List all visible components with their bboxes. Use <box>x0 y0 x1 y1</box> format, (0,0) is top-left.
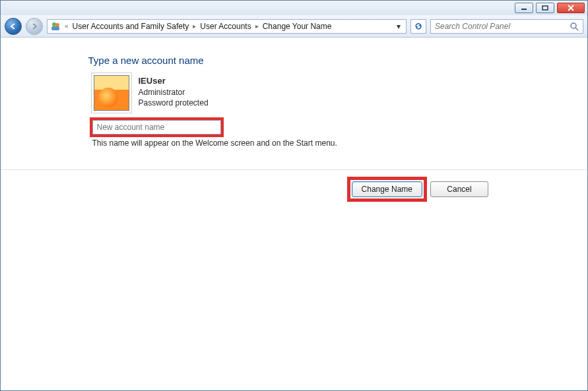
back-arrow-icon <box>9 22 17 30</box>
svg-point-5 <box>571 23 576 28</box>
chevron-right-icon: ▸ <box>193 22 196 30</box>
breadcrumb-overflow[interactable]: « <box>65 22 69 30</box>
users-icon <box>50 21 61 32</box>
change-name-button[interactable]: Change Name <box>352 181 422 197</box>
refresh-icon <box>414 22 423 31</box>
maximize-icon <box>542 5 548 11</box>
forward-arrow-icon <box>30 22 38 30</box>
maximize-button[interactable] <box>536 3 554 13</box>
breadcrumb-2[interactable]: User Accounts <box>200 22 251 31</box>
svg-rect-1 <box>542 6 548 10</box>
control-panel-window: « User Accounts and Family Safety ▸ User… <box>0 0 588 391</box>
address-bar[interactable]: « User Accounts and Family Safety ▸ User… <box>47 19 407 34</box>
action-buttons: Change Name Cancel <box>352 181 488 197</box>
svg-rect-0 <box>521 9 527 10</box>
search-icon <box>570 22 580 31</box>
navigation-bar: « User Accounts and Family Safety ▸ User… <box>1 15 587 38</box>
breadcrumb-1[interactable]: User Accounts and Family Safety <box>73 22 189 31</box>
chevron-right-icon: ▸ <box>255 22 259 30</box>
back-button[interactable] <box>5 18 22 35</box>
minimize-button[interactable] <box>515 3 533 13</box>
close-button[interactable] <box>557 3 585 13</box>
breadcrumb-3[interactable]: Change Your Name <box>263 22 332 31</box>
forward-button[interactable] <box>26 18 43 35</box>
user-name: IEUser <box>139 75 209 87</box>
address-dropdown[interactable]: ▾ <box>394 22 403 31</box>
search-input[interactable] <box>434 21 570 32</box>
new-account-name-input[interactable] <box>92 120 221 135</box>
cancel-button[interactable]: Cancel <box>430 181 488 197</box>
divider <box>1 169 587 170</box>
content-area: Type a new account name IEUser Administr… <box>1 38 587 390</box>
svg-line-6 <box>575 28 578 30</box>
user-avatar <box>94 75 129 111</box>
svg-rect-4 <box>51 26 59 30</box>
minimize-icon <box>521 5 527 11</box>
close-icon <box>567 5 575 11</box>
user-role: Administrator <box>139 87 209 98</box>
user-status: Password protected <box>139 98 209 108</box>
svg-point-2 <box>52 22 56 26</box>
page-heading: Type a new account name <box>88 55 506 66</box>
refresh-button[interactable] <box>410 19 426 34</box>
name-hint: This name will appear on the Welcome scr… <box>92 138 506 148</box>
search-box[interactable] <box>430 19 583 34</box>
titlebar <box>1 1 587 15</box>
name-input-highlight <box>92 120 221 135</box>
change-name-highlight: Change Name <box>352 181 422 197</box>
current-user-block: IEUser Administrator Password protected <box>94 75 506 111</box>
